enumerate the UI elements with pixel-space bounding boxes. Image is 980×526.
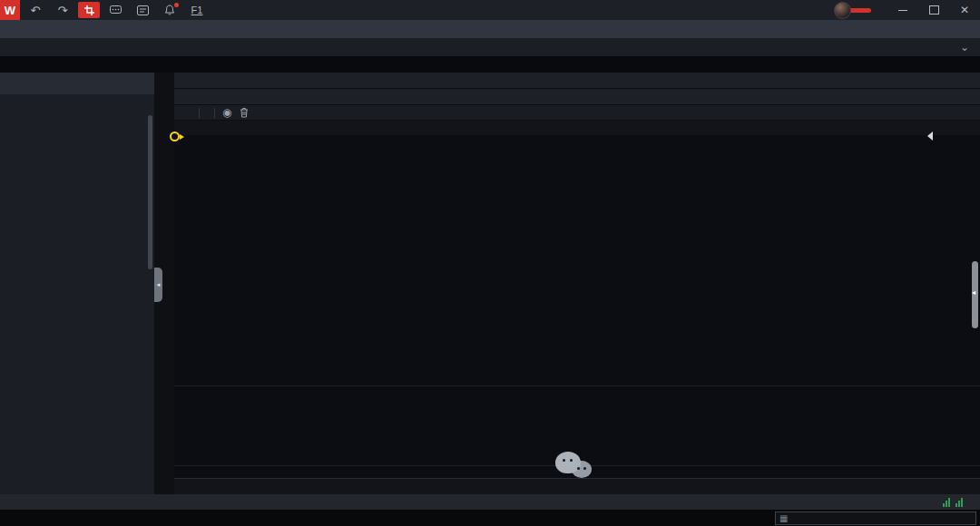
volume-chart-svg xyxy=(176,399,933,465)
bell-icon[interactable] xyxy=(158,2,181,18)
undo-icon[interactable]: ↶ xyxy=(24,2,47,18)
series-start-marker xyxy=(170,132,180,141)
indicator-tab-bar xyxy=(174,478,980,495)
news-ticker-bar: ▦ xyxy=(0,510,980,526)
screenshot-crop-icon[interactable] xyxy=(78,2,100,18)
notification-dot xyxy=(174,3,179,7)
custom-variety-sidebar xyxy=(0,73,155,494)
minimize-button[interactable] xyxy=(887,0,918,20)
drawing-delete-icon[interactable] xyxy=(240,107,249,118)
index-subtab-bar xyxy=(0,56,980,73)
wind-logo-icon[interactable]: W xyxy=(0,0,20,20)
volume-chart-area[interactable] xyxy=(174,399,980,465)
price-chart-area[interactable] xyxy=(174,136,980,385)
wind-terminal-window: W ↶ ↷ F1 ✕ ⌄ xyxy=(0,0,980,526)
drawing-visibility-icon[interactable]: ◉ xyxy=(222,106,231,119)
wp-doc-icon[interactable] xyxy=(131,2,154,18)
workspace-tab-bar: ⌄ xyxy=(0,38,980,56)
sidebar-collapse-handle[interactable]: ◂ xyxy=(154,268,162,302)
period-toolbar xyxy=(174,89,980,105)
user-avatar[interactable] xyxy=(834,2,851,19)
sidebar-header xyxy=(0,73,154,94)
title-bar: W ↶ ↷ F1 ✕ xyxy=(0,0,980,20)
search-icon: ▦ xyxy=(779,513,788,523)
close-button[interactable]: ✕ xyxy=(949,0,980,20)
drawing-toolbar: ◉ xyxy=(174,105,980,121)
right-panel-scrollbar[interactable] xyxy=(972,261,978,328)
chart-panel: ◉ xyxy=(174,73,980,494)
signal-bars-icon xyxy=(943,498,950,507)
maximize-button[interactable] xyxy=(918,0,949,20)
main-menu-bar xyxy=(0,20,980,38)
volume-indicator-header xyxy=(174,385,980,399)
chat-icon[interactable] xyxy=(103,2,127,18)
signal-bars-icon xyxy=(956,498,963,507)
sidebar-scrollbar[interactable] xyxy=(148,115,152,269)
search-input[interactable] xyxy=(791,512,972,525)
f1-help-icon[interactable]: F1 xyxy=(185,2,209,18)
quick-search-box[interactable]: ▦ xyxy=(775,511,976,525)
tab-overflow-chevron-icon[interactable]: ⌄ xyxy=(949,38,980,56)
chart-actions-toolbar xyxy=(174,73,980,89)
x-axis xyxy=(174,465,980,479)
redo-icon[interactable]: ↷ xyxy=(51,2,74,18)
quote-info-bar xyxy=(174,121,980,136)
market-status-bar xyxy=(0,494,980,510)
price-chart-svg xyxy=(176,136,933,385)
